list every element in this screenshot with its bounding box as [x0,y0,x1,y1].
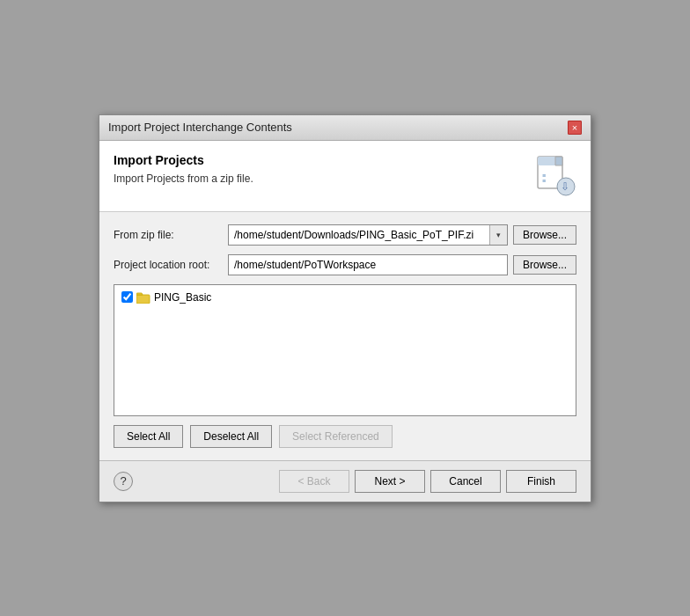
deselect-all-button[interactable]: Deselect All [190,425,272,448]
folder-icon [136,291,150,304]
zip-dropdown-arrow[interactable]: ▾ [489,225,507,245]
header-section: Import Projects Import Projects from a z… [99,141,591,212]
bottom-bar: ? < Back Next > Cancel Finish [99,460,591,502]
zip-label: From zip file: [114,229,228,241]
select-referenced-button[interactable]: Select Referenced [279,425,393,448]
location-input-group: Browse... [228,254,576,275]
next-button[interactable]: Next > [355,470,425,493]
project-item-ping-basic[interactable]: PING_Basic [118,289,572,306]
zip-combo: ▾ [228,224,508,246]
project-checkbox[interactable] [121,291,133,303]
action-buttons: Select All Deselect All Select Reference… [114,425,576,448]
project-list: PING_Basic [114,284,576,416]
content-section: From zip file: ▾ Browse... Project locat… [99,212,591,460]
location-row: Project location root: Browse... [114,254,576,275]
location-browse-button[interactable]: Browse... [513,255,576,275]
zip-browse-button[interactable]: Browse... [513,225,576,245]
close-button[interactable]: × [568,121,582,135]
select-all-button[interactable]: Select All [114,425,183,448]
zip-input-group: ▾ Browse... [228,224,576,246]
help-button[interactable]: ? [114,472,133,491]
navigation-buttons: < Back Next > Cancel Finish [279,470,576,493]
dialog-title: Import Project Interchange Contents [108,121,292,134]
svg-text:≡: ≡ [542,178,546,184]
import-dialog: Import Project Interchange Contents × Im… [99,114,591,502]
header-subtitle: Import Projects from a zip file. [114,172,253,185]
svg-text:⇩: ⇩ [561,180,569,193]
location-label: Project location root: [114,259,228,271]
location-input[interactable] [228,254,508,275]
header-title: Import Projects [114,153,253,167]
zip-input[interactable] [229,225,489,245]
finish-button[interactable]: Finish [506,470,576,493]
zip-file-row: From zip file: ▾ Browse... [114,224,576,246]
header-text: Import Projects Import Projects from a z… [114,153,253,185]
title-bar: Import Project Interchange Contents × [99,115,591,141]
back-button[interactable]: < Back [279,470,349,493]
import-icon: ≡ ≡ ⇩ [531,153,576,199]
project-name: PING_Basic [154,291,211,304]
cancel-button[interactable]: Cancel [430,470,501,493]
svg-rect-6 [136,295,150,304]
